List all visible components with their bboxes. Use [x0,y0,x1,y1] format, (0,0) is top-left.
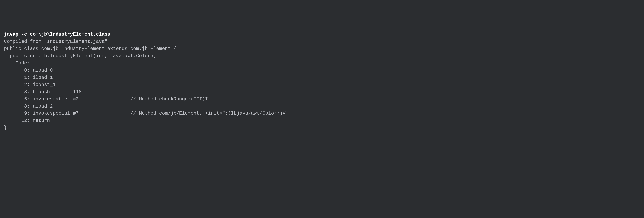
output-line-1: public class com.jb.IndustryElement exte… [4,45,640,52]
output-line-9: 8: aload_2 [4,103,640,110]
command-line: javap -c com\jb\IndustryElement.class [4,31,640,38]
output-line-8: 5: invokestatic #3 // Method checkRange:… [4,95,640,103]
output-line-11: 12: return [4,117,640,124]
output-line-12: } [4,124,640,132]
output-line-3: Code: [4,60,640,67]
output-line-5: 1: iload_1 [4,74,640,81]
output-line-6: 2: iconst_1 [4,81,640,88]
output-line-4: 0: aload_0 [4,67,640,74]
output-line-0: Compiled from "IndustryElement.java" [4,38,640,45]
output-line-2: public com.jb.IndustryElement(int, java.… [4,52,640,60]
output-line-7: 3: bipush 118 [4,88,640,95]
output-line-10: 9: invokespecial #7 // Method com/jb/Ele… [4,110,640,117]
